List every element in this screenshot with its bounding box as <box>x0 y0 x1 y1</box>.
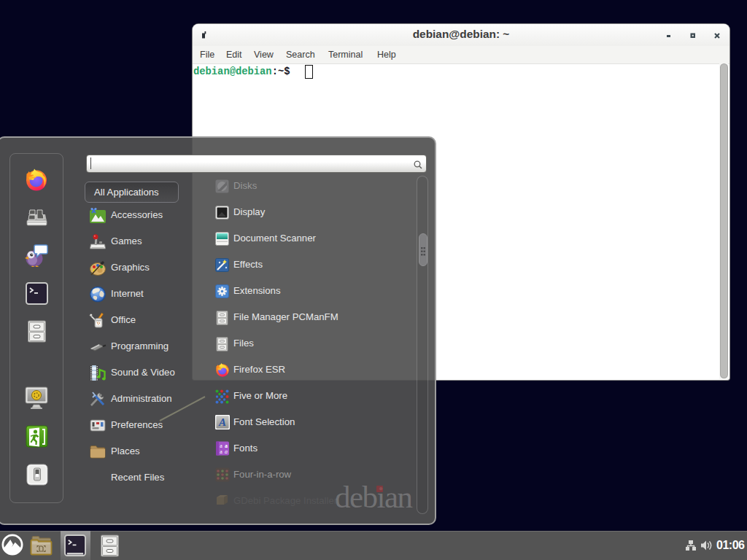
svg-text:a: a <box>225 448 228 455</box>
svg-text:A: A <box>218 416 226 428</box>
svg-text:a: a <box>220 448 222 455</box>
